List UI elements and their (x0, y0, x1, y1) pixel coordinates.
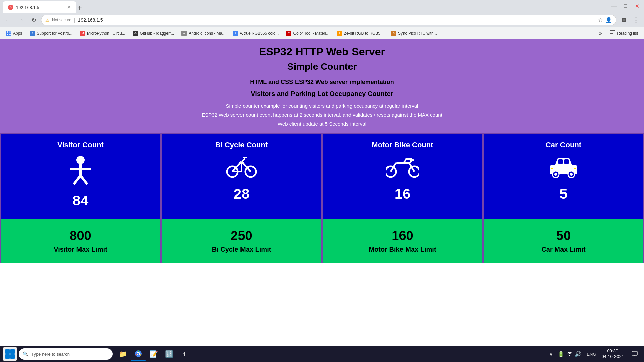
bookmark-star-icon[interactable]: ☆ (598, 17, 603, 23)
address-bar[interactable]: ⚠ Not secure | 192.168.1.5 ☆ 👤 (41, 15, 616, 25)
profile-icon[interactable]: 👤 (605, 17, 612, 23)
taskbar-right: ∧ 🔋 🔊 ENG 09:30 04-10-2021 (544, 347, 641, 361)
bookmark-support-label: Support for Vostro... (37, 31, 72, 36)
visitor-count-card: Visitor Count 84 800 Visitor Max Limit (0, 133, 161, 263)
taskbar-clock[interactable]: 09:30 04-10-2021 (599, 348, 627, 360)
bicycle-count-card: Bi Cycle Count (161, 133, 322, 263)
new-tab-button[interactable]: + (78, 4, 82, 12)
network-icon (567, 351, 573, 357)
motorbike-count-card: Motor Bike Count (322, 133, 483, 263)
apps-favicon (6, 31, 11, 36)
taskbar-app-file-explorer[interactable]: 📁 (115, 347, 130, 361)
taskbar-app-chrome[interactable] (131, 347, 146, 361)
back-button[interactable]: ← (3, 15, 13, 25)
reading-list-button[interactable]: Reading list (606, 28, 641, 38)
bookmark-rgb565[interactable]: A A true RGB565 colo... (229, 29, 282, 37)
extensions-menu-button[interactable] (619, 15, 629, 25)
bookmark-android-icons[interactable]: A Android icons - Ma... (178, 29, 229, 37)
taskbar-app-calculator[interactable]: 🔢 (162, 347, 176, 361)
visitor-count-value: 84 (73, 193, 89, 209)
page-desc2: Visitors and Parking Lot Occupancy Count… (251, 90, 393, 98)
bookmark-support[interactable]: S Support for Vostro... (26, 29, 76, 37)
forward-button[interactable]: → (15, 15, 26, 25)
minimize-button[interactable]: — (610, 2, 619, 10)
active-tab[interactable]: ⚠ 192.168.1.5 ✕ (3, 1, 76, 13)
svg-rect-42 (632, 351, 637, 355)
reading-list-label: Reading list (617, 31, 638, 36)
bookmark-24bit-label: 24-bit RGB to RGB5... (344, 31, 384, 36)
reading-list-icon (610, 30, 615, 36)
bicycle-icon (226, 155, 257, 182)
car-max-value: 50 (556, 229, 571, 243)
bookmark-pico-label: Sync Pico RTC with... (398, 31, 437, 36)
browser-chrome: ⚠ 192.168.1.5 ✕ + — □ ✕ ← → ↻ ⚠ Not secu… (0, 0, 644, 39)
svg-point-4 (7, 31, 8, 33)
chrome-icon (134, 350, 142, 358)
svg-point-11 (76, 156, 85, 164)
android-favicon: A (181, 31, 187, 36)
motorbike-icon (386, 155, 419, 182)
motorbike-card-bottom: 160 Motor Bike Max Limit (323, 219, 482, 263)
maximize-button[interactable]: □ (621, 2, 630, 10)
page-content: ESP32 HTTP Web Server Simple Counter HTM… (0, 39, 644, 263)
svg-rect-32 (564, 159, 569, 164)
taskbar-search-box[interactable]: 🔍 Type here to search (19, 348, 113, 360)
svg-rect-31 (558, 159, 563, 164)
bookmark-android-label: Android icons - Ma... (189, 31, 225, 36)
bicycle-count-value: 28 (234, 186, 250, 202)
volume-icon: 🔊 (575, 351, 581, 357)
close-window-button[interactable]: ✕ (633, 2, 641, 10)
page-desc1: HTML and CSS ESP32 Web server implementa… (250, 79, 394, 86)
bookmark-apps-label: Apps (13, 31, 22, 36)
clock-time: 09:30 (607, 348, 618, 354)
svg-point-41 (137, 353, 139, 355)
more-bookmarks-button[interactable]: » (595, 28, 606, 39)
bookmarks-bar: Apps S Support for Vostro... M MicroPyth… (0, 27, 644, 39)
car-count-card: Car Count (483, 133, 644, 263)
taskbar-app-notepad[interactable]: 📝 (146, 347, 161, 361)
windows-logo (5, 349, 15, 359)
bookmarks-more: » (595, 28, 606, 39)
visitor-max-label: Visitor Max Limit (54, 246, 107, 253)
bookmark-micropython[interactable]: M MicroPython | Circu... (76, 29, 128, 37)
search-icon: 🔍 (23, 351, 29, 357)
svg-point-34 (554, 173, 557, 176)
bicycle-max-value: 250 (231, 229, 252, 243)
taskbar-app-terminal[interactable]: Ŧ (177, 347, 192, 361)
tab-title: 192.168.1.5 (16, 5, 39, 10)
bookmark-apps[interactable]: Apps (3, 29, 25, 37)
systray-expand-button[interactable]: ∧ (546, 349, 556, 359)
visitor-card-bottom: 800 Visitor Max Limit (1, 219, 160, 263)
clock-date: 04-10-2021 (602, 354, 624, 360)
wifi-icon (567, 351, 573, 356)
svg-point-36 (570, 173, 573, 176)
tab-close-button[interactable]: ✕ (67, 5, 71, 10)
start-button[interactable] (3, 347, 17, 361)
svg-point-5 (9, 31, 11, 33)
bookmark-micropython-label: MicroPython | Circu... (87, 31, 125, 36)
bookmark-color-tool[interactable]: C Color Tool - Materi... (283, 29, 333, 37)
motorbike-max-value: 160 (392, 229, 413, 243)
tab-favicon: ⚠ (8, 5, 13, 10)
browser-titlebar: ⚠ 192.168.1.5 ✕ + — □ ✕ (0, 0, 644, 13)
window-controls: — □ ✕ (610, 2, 641, 12)
url-text: 192.168.1.5 (78, 17, 595, 23)
taskbar: 🔍 Type here to search 📁 📝 🔢 Ŧ ∧ 🔋 (0, 346, 644, 362)
browser-menu-button[interactable]: ⋮ (631, 15, 641, 25)
svg-rect-10 (610, 33, 613, 34)
puzzle-icon (621, 17, 627, 23)
page-info1: Simple counter example for counting visi… (226, 103, 418, 109)
search-placeholder-text: Type here to search (31, 352, 70, 357)
bicycle-card-label: Bi Cycle Count (215, 141, 268, 149)
svg-point-6 (7, 34, 8, 35)
bookmark-github[interactable]: G GitHub - rdagger/... (129, 29, 178, 37)
system-tray: ∧ 🔋 🔊 (544, 349, 584, 359)
refresh-button[interactable]: ↻ (28, 15, 39, 25)
bookmark-pico[interactable]: S Sync Pico RTC with... (388, 29, 440, 37)
micropython-favicon: M (80, 31, 85, 36)
24bit-favicon: 2 (337, 31, 342, 36)
motorbike-card-top: Motor Bike Count (323, 134, 482, 219)
cards-grid: Visitor Count 84 800 Visitor Max Limit (0, 133, 644, 263)
bookmark-24bit[interactable]: 2 24-bit RGB to RGB5... (333, 29, 387, 37)
notification-center-button[interactable] (628, 347, 641, 361)
